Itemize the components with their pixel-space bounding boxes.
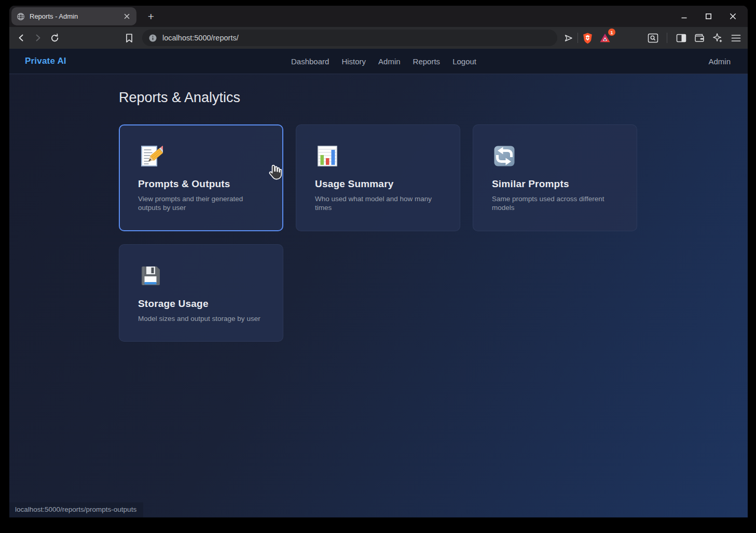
nav-item-admin[interactable]: Admin (378, 57, 401, 66)
site-nav: Private AI Dashboard History Admin Repor… (9, 49, 748, 74)
tab-title: Reports - Admin (30, 12, 117, 20)
nav-item-history[interactable]: History (341, 57, 366, 66)
bar-chart-icon (315, 144, 340, 169)
web-page: Private AI Dashboard History Admin Repor… (9, 49, 748, 517)
report-card-similar-prompts[interactable]: Similar Prompts Same prompts used across… (473, 124, 637, 231)
bookmark-icon[interactable] (122, 31, 136, 45)
toolbar-separator (578, 33, 578, 43)
window-controls (677, 10, 748, 23)
browser-toolbar: localhost:5000/reports/ 1 (9, 27, 748, 49)
toolbar-right-cluster (646, 31, 743, 45)
sidebar-icon[interactable] (675, 31, 688, 45)
nav-item-reports[interactable]: Reports (413, 57, 441, 66)
tab-bar: Reports - Admin + (9, 6, 748, 27)
card-description: Model sizes and output storage by user (138, 314, 265, 323)
rewards-badge: 1 (608, 29, 615, 36)
send-icon[interactable] (561, 31, 575, 45)
toolbar-separator (667, 33, 667, 43)
search-panel-icon[interactable] (646, 31, 659, 45)
status-link-tooltip: localhost:5000/reports/prompts-outputs (9, 502, 143, 517)
url-bar[interactable]: localhost:5000/reports/ (142, 30, 557, 46)
info-icon[interactable] (149, 34, 157, 42)
card-title: Similar Prompts (492, 178, 619, 190)
brave-shield-icon[interactable] (581, 31, 594, 45)
nav-item-dashboard[interactable]: Dashboard (291, 57, 329, 66)
floppy-disk-icon (138, 263, 163, 288)
menu-icon[interactable] (729, 31, 743, 45)
leo-ai-icon[interactable] (711, 31, 724, 45)
report-cards-grid: Prompts & Outputs View prompts and their… (119, 124, 639, 342)
url-text[interactable]: localhost:5000/reports/ (162, 34, 239, 42)
browser-tab[interactable]: Reports - Admin (11, 7, 136, 25)
report-card-usage-summary[interactable]: Usage Summary Who used what model and ho… (296, 124, 460, 231)
brand-logo[interactable]: Private AI (25, 56, 66, 66)
card-title: Usage Summary (315, 178, 442, 190)
repeat-icon (492, 144, 517, 169)
card-description: View prompts and their generated outputs… (138, 194, 265, 213)
nav-user-label: Admin (708, 57, 731, 66)
memo-icon (138, 144, 163, 169)
brave-rewards-icon[interactable]: 1 (598, 31, 612, 45)
wallet-icon[interactable] (693, 31, 706, 45)
nav-links: Dashboard History Admin Reports Logout (291, 49, 476, 74)
nav-item-logout[interactable]: Logout (452, 57, 476, 66)
minimize-icon[interactable] (677, 10, 691, 23)
main-content: Reports & Analytics (9, 74, 748, 342)
page-title: Reports & Analytics (119, 90, 748, 106)
new-tab-button[interactable]: + (144, 10, 158, 23)
card-title: Prompts & Outputs (138, 178, 265, 190)
globe-favicon (17, 12, 25, 21)
back-icon[interactable] (15, 31, 28, 45)
close-icon[interactable] (726, 10, 739, 23)
tab-close-icon[interactable] (122, 12, 131, 21)
browser-window: Reports - Admin + (9, 6, 748, 517)
forward-icon[interactable] (31, 31, 45, 45)
card-description: Who used what model and how many times (315, 194, 442, 213)
reload-icon[interactable] (48, 31, 61, 45)
maximize-icon[interactable] (702, 10, 715, 23)
card-description: Same prompts used across different model… (492, 194, 619, 213)
card-title: Storage Usage (138, 298, 265, 310)
report-card-storage-usage[interactable]: Storage Usage Model sizes and output sto… (119, 244, 283, 342)
report-card-prompts-outputs[interactable]: Prompts & Outputs View prompts and their… (119, 124, 283, 231)
